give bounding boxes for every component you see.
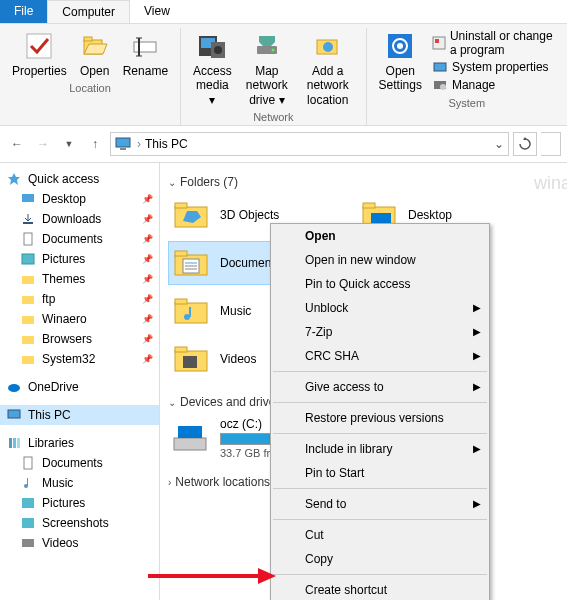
ctx-pin-start[interactable]: Pin to Start	[271, 461, 489, 485]
manage-label: Manage	[452, 78, 495, 92]
sidebar-lib-pictures[interactable]: Pictures	[0, 493, 159, 513]
svg-point-14	[323, 42, 333, 52]
add-location-icon	[312, 30, 344, 62]
open-settings-button[interactable]: Open Settings	[373, 28, 428, 95]
sidebar-lib-videos[interactable]: Videos	[0, 533, 159, 553]
sb-label: Screenshots	[42, 516, 109, 530]
sb-label: System32	[42, 352, 95, 366]
checkbox-icon	[23, 30, 55, 62]
back-button[interactable]: ←	[6, 133, 28, 155]
ctx-open[interactable]: Open	[271, 224, 489, 248]
separator	[273, 433, 487, 434]
ribbon-group-system: Open Settings Uninstall or change a prog…	[367, 28, 567, 125]
ctx-send-to[interactable]: Send to▶	[271, 492, 489, 516]
ctx-unblock[interactable]: Unblock▶	[271, 296, 489, 320]
ctx-label: CRC SHA	[305, 349, 359, 363]
sidebar-item-browsers[interactable]: Browsers📌	[0, 329, 159, 349]
pic-icon	[20, 495, 36, 511]
ctx-copy[interactable]: Copy	[271, 547, 489, 571]
open-button[interactable]: Open	[73, 28, 117, 80]
chevron-right-icon: ›	[168, 477, 171, 488]
ctx-open-new-window[interactable]: Open in new window	[271, 248, 489, 272]
properties-button[interactable]: Properties	[6, 28, 73, 80]
sidebar-lib-screenshots[interactable]: Screenshots	[0, 513, 159, 533]
ctx-7zip[interactable]: 7-Zip▶	[271, 320, 489, 344]
svg-point-17	[397, 43, 403, 49]
pin-icon: 📌	[142, 194, 153, 204]
ctx-give-access[interactable]: Give access to▶	[271, 375, 489, 399]
sb-label: Desktop	[42, 192, 86, 206]
svg-rect-65	[183, 356, 197, 368]
nav-sidebar: Quick access Desktop📌 Downloads📌 Documen…	[0, 163, 160, 600]
access-media-button[interactable]: Access media ▾	[187, 28, 238, 109]
pin-icon: 📌	[142, 274, 153, 284]
sys-props-button[interactable]: System properties	[428, 58, 561, 76]
ctx-include-library[interactable]: Include in library▶	[271, 437, 489, 461]
svg-rect-39	[24, 457, 32, 469]
path-input[interactable]: › This PC ⌄	[110, 132, 509, 156]
uninstall-button[interactable]: Uninstall or change a program	[428, 28, 561, 58]
tab-computer[interactable]: Computer	[47, 0, 130, 23]
folder-icon	[20, 271, 36, 287]
access-media-label: Access media ▾	[193, 64, 232, 107]
svg-rect-2	[84, 37, 92, 41]
section-folders[interactable]: ⌄Folders (7)	[168, 171, 559, 193]
forward-button[interactable]: →	[32, 133, 54, 155]
sidebar-item-this-pc[interactable]: This PC	[0, 405, 159, 425]
sidebar-item-ftp[interactable]: ftp📌	[0, 289, 159, 309]
sb-label: ftp	[42, 292, 55, 306]
sidebar-item-downloads[interactable]: Downloads📌	[0, 209, 159, 229]
ctx-pin-quick-access[interactable]: Pin to Quick access	[271, 272, 489, 296]
path-text: This PC	[145, 137, 188, 151]
sidebar-item-system32[interactable]: System32📌	[0, 349, 159, 369]
path-dropdown-icon[interactable]: ⌄	[494, 137, 504, 151]
sidebar-lib-documents[interactable]: Documents	[0, 453, 159, 473]
pic-icon	[20, 515, 36, 531]
svg-rect-29	[22, 276, 34, 284]
map-drive-label: Map network drive ▾	[244, 64, 290, 107]
recent-button[interactable]: ▼	[58, 133, 80, 155]
ctx-label: Unblock	[305, 301, 348, 315]
sidebar-item-libraries[interactable]: Libraries	[0, 433, 159, 453]
ctx-create-shortcut[interactable]: Create shortcut	[271, 578, 489, 600]
tab-file[interactable]: File	[0, 0, 47, 23]
sb-label: OneDrive	[28, 380, 79, 394]
sidebar-item-quick-access[interactable]: Quick access	[0, 169, 159, 189]
manage-button[interactable]: Manage	[428, 76, 561, 94]
svg-rect-32	[22, 336, 34, 344]
refresh-button[interactable]	[513, 132, 537, 156]
svg-rect-25	[22, 194, 34, 202]
search-input[interactable]	[541, 132, 561, 156]
sidebar-item-themes[interactable]: Themes📌	[0, 269, 159, 289]
up-button[interactable]: ↑	[84, 133, 106, 155]
ctx-cut[interactable]: Cut	[271, 523, 489, 547]
download-icon	[20, 211, 36, 227]
add-location-button[interactable]: Add a network location	[296, 28, 360, 109]
sidebar-item-winaero[interactable]: Winaero📌	[0, 309, 159, 329]
ctx-crc-sha[interactable]: CRC SHA▶	[271, 344, 489, 368]
sb-label: This PC	[28, 408, 71, 422]
rename-button[interactable]: Rename	[117, 28, 174, 80]
context-menu: Open Open in new window Pin to Quick acc…	[270, 223, 490, 600]
ctx-restore[interactable]: Restore previous versions	[271, 406, 489, 430]
sb-label: Documents	[42, 456, 103, 470]
svg-rect-19	[435, 39, 439, 43]
svg-rect-3	[134, 42, 156, 52]
svg-rect-38	[17, 438, 20, 448]
map-drive-button[interactable]: Map network drive ▾	[238, 28, 296, 109]
sidebar-item-desktop[interactable]: Desktop📌	[0, 189, 159, 209]
chevron-down-icon: ⌄	[168, 397, 176, 408]
svg-rect-37	[13, 438, 16, 448]
folder-label: 3D Objects	[220, 208, 279, 222]
folder-icon	[172, 341, 212, 377]
ctx-label: 7-Zip	[305, 325, 332, 339]
libraries-icon	[6, 435, 22, 451]
sidebar-item-onedrive[interactable]: OneDrive	[0, 377, 159, 397]
sidebar-item-documents[interactable]: Documents📌	[0, 229, 159, 249]
pic-icon	[20, 251, 36, 267]
sidebar-item-pictures[interactable]: Pictures📌	[0, 249, 159, 269]
sidebar-lib-music[interactable]: Music	[0, 473, 159, 493]
folder-icon	[172, 293, 212, 329]
tab-view[interactable]: View	[130, 0, 184, 23]
add-location-label: Add a network location	[302, 64, 354, 107]
